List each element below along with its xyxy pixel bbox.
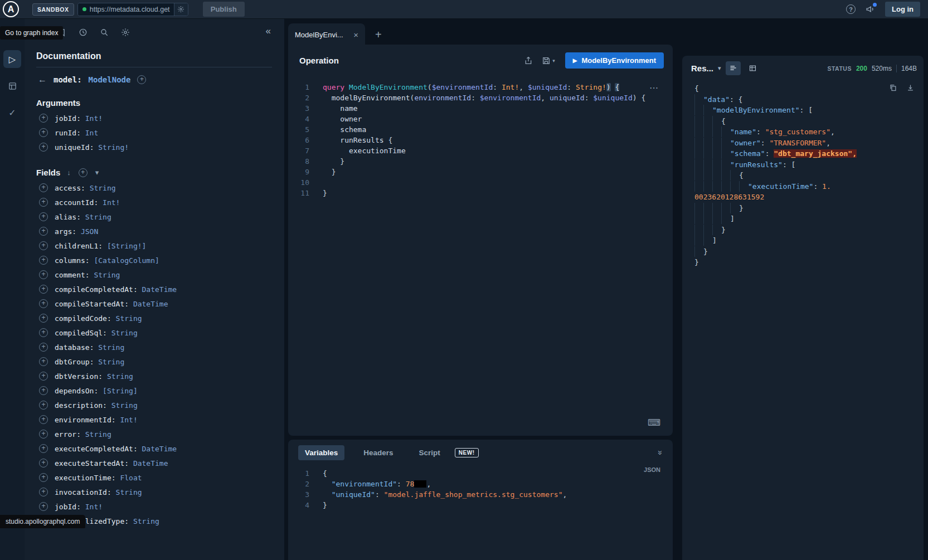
tab-script[interactable]: Script bbox=[412, 445, 447, 460]
add-field-icon[interactable]: + bbox=[39, 299, 48, 308]
announcements-icon[interactable] bbox=[866, 4, 875, 14]
chevron-down-icon[interactable]: ▾ bbox=[95, 168, 99, 177]
add-fields-icon[interactable]: + bbox=[79, 168, 88, 177]
field-type-link[interactable]: [CatalogColumn] bbox=[94, 256, 159, 265]
help-icon[interactable]: ? bbox=[846, 4, 856, 14]
explorer-nav-item[interactable]: ▷ bbox=[3, 50, 21, 68]
add-field-icon[interactable]: + bbox=[39, 444, 48, 453]
field-row[interactable]: + description: String bbox=[25, 398, 284, 412]
field-type-link[interactable]: DateTime bbox=[142, 285, 177, 294]
field-type-link[interactable]: DateTime bbox=[142, 445, 177, 453]
settings-gear-icon[interactable] bbox=[121, 28, 130, 37]
search-icon[interactable] bbox=[100, 28, 109, 37]
field-type-link[interactable]: String bbox=[116, 314, 142, 323]
tab-modelbyenvironment[interactable]: ModelByEnvi... × bbox=[288, 23, 365, 46]
collapse-panel-icon[interactable]: » bbox=[655, 450, 665, 455]
save-chevron-icon[interactable]: ▾ bbox=[552, 58, 555, 64]
history-icon[interactable] bbox=[79, 28, 88, 37]
field-row[interactable]: + columns: [CatalogColumn] bbox=[25, 253, 284, 267]
add-argument-icon[interactable]: + bbox=[39, 128, 48, 137]
collapse-sidebar-icon[interactable]: « bbox=[266, 26, 271, 37]
field-type-link[interactable]: Int! bbox=[103, 198, 120, 207]
add-field-icon[interactable]: + bbox=[39, 256, 48, 265]
keyboard-shortcuts-icon[interactable]: ⌨ bbox=[648, 417, 660, 428]
field-row[interactable]: + compileCompletedAt: DateTime bbox=[25, 282, 284, 296]
field-row[interactable]: + dbtVersion: String bbox=[25, 369, 284, 383]
field-row[interactable]: + args: JSON bbox=[25, 224, 284, 238]
add-field-icon[interactable]: + bbox=[39, 459, 48, 468]
add-field-icon[interactable]: + bbox=[39, 386, 48, 395]
publish-button[interactable]: Publish bbox=[203, 2, 245, 17]
field-type-link[interactable]: String bbox=[85, 213, 111, 221]
share-icon[interactable] bbox=[524, 56, 533, 65]
add-field-icon[interactable]: + bbox=[39, 415, 48, 424]
argument-row[interactable]: + uniqueId: String! bbox=[25, 140, 284, 154]
field-row[interactable]: + compiledCode: String bbox=[25, 311, 284, 325]
add-field-icon[interactable]: + bbox=[39, 183, 48, 192]
argument-row[interactable]: + jobId: Int! bbox=[25, 111, 284, 125]
response-viewer[interactable]: {"data": {"modelByEnvironment": [{"name"… bbox=[682, 79, 924, 268]
response-chevron-icon[interactable]: ▾ bbox=[718, 65, 721, 72]
add-field-icon[interactable]: + bbox=[39, 314, 48, 323]
field-type-link[interactable]: String bbox=[111, 401, 138, 410]
tab-variables[interactable]: Variables bbox=[298, 445, 344, 460]
field-row[interactable]: + executionTime: Float bbox=[25, 470, 284, 485]
editor-menu-icon[interactable]: ⋯ bbox=[649, 82, 659, 93]
back-arrow-icon[interactable]: ← bbox=[38, 75, 47, 85]
argument-type-link[interactable]: String! bbox=[98, 143, 129, 152]
operation-editor[interactable]: 1query ModelByEnvironment($environmentId… bbox=[288, 74, 673, 198]
variables-editor[interactable]: 1{2 "environmentId": 78,3 "uniqueId": "m… bbox=[288, 464, 673, 510]
field-type-link[interactable]: String bbox=[107, 372, 133, 381]
add-field-icon[interactable]: + bbox=[39, 488, 48, 496]
add-field-icon[interactable]: + bbox=[39, 285, 48, 294]
field-type-link[interactable]: [String] bbox=[103, 387, 138, 395]
field-row[interactable]: + executeStartedAt: DateTime bbox=[25, 456, 284, 470]
field-row[interactable]: + dependsOn: [String] bbox=[25, 383, 284, 398]
field-type-link[interactable]: String bbox=[111, 329, 138, 337]
field-type-link[interactable]: String bbox=[116, 488, 142, 496]
add-field-icon[interactable]: + bbox=[39, 430, 48, 439]
field-row[interactable]: + compiledSql: String bbox=[25, 325, 284, 340]
breadcrumb-type-link[interactable]: ModelNode bbox=[89, 75, 131, 84]
sort-fields-icon[interactable]: ↓ bbox=[67, 168, 71, 177]
field-row[interactable]: + accountId: Int! bbox=[25, 195, 284, 210]
schema-nav-item[interactable] bbox=[3, 77, 21, 95]
field-row[interactable]: + environmentId: Int! bbox=[25, 412, 284, 427]
add-field-icon[interactable]: + bbox=[39, 270, 48, 279]
add-field-icon[interactable]: + bbox=[39, 241, 48, 250]
copy-icon[interactable] bbox=[889, 84, 897, 92]
field-type-link[interactable]: String bbox=[90, 184, 116, 192]
field-type-link[interactable]: String bbox=[98, 358, 124, 366]
add-field-icon[interactable]: + bbox=[39, 343, 48, 352]
endpoint-settings-button[interactable] bbox=[174, 3, 188, 16]
field-row[interactable]: + error: String bbox=[25, 427, 284, 441]
add-field-icon[interactable]: + bbox=[39, 227, 48, 236]
field-type-link[interactable]: String bbox=[94, 271, 120, 279]
add-argument-icon[interactable]: + bbox=[39, 114, 48, 123]
field-row[interactable]: + database: String bbox=[25, 340, 284, 354]
add-field-icon[interactable]: + bbox=[39, 502, 48, 511]
field-type-link[interactable]: String bbox=[85, 430, 111, 439]
add-field-icon[interactable]: + bbox=[39, 328, 48, 337]
field-type-link[interactable]: Float bbox=[120, 474, 142, 482]
add-field-icon[interactable]: + bbox=[39, 212, 48, 221]
endpoint-url-box[interactable]: https://metadata.cloud.get bbox=[77, 3, 188, 16]
add-field-icon[interactable]: + bbox=[39, 401, 48, 410]
field-type-link[interactable]: [String!] bbox=[107, 242, 146, 250]
field-type-link[interactable]: String bbox=[98, 343, 124, 352]
add-field-icon[interactable]: + bbox=[39, 198, 48, 207]
table-view-button[interactable] bbox=[745, 61, 760, 75]
checks-nav-item[interactable]: ✓ bbox=[3, 104, 21, 121]
download-icon[interactable] bbox=[906, 84, 915, 92]
field-type-link[interactable]: Int! bbox=[120, 416, 137, 424]
field-row[interactable]: + access: String bbox=[25, 181, 284, 195]
add-field-icon[interactable]: + bbox=[39, 357, 48, 366]
argument-type-link[interactable]: Int! bbox=[85, 114, 103, 123]
field-type-link[interactable]: DateTime bbox=[133, 459, 168, 468]
save-button[interactable]: ▾ bbox=[542, 56, 555, 65]
add-argument-icon[interactable]: + bbox=[39, 143, 48, 152]
close-tab-icon[interactable]: × bbox=[353, 30, 358, 40]
add-tab-button[interactable]: + bbox=[375, 28, 382, 41]
field-row[interactable]: + executeCompletedAt: DateTime bbox=[25, 441, 284, 456]
field-row[interactable]: + alias: String bbox=[25, 210, 284, 224]
